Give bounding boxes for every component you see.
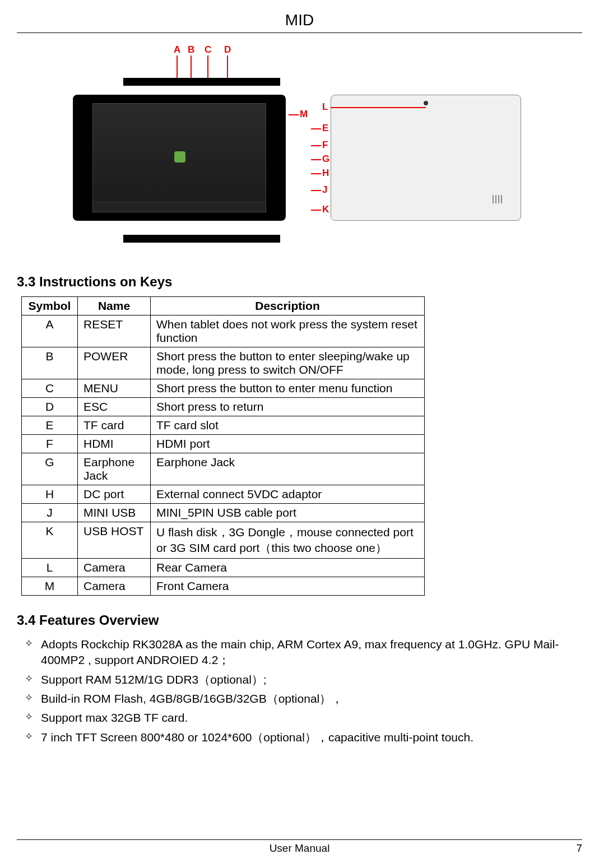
rear-camera-dot bbox=[424, 101, 428, 105]
screen-navbar bbox=[93, 202, 266, 212]
cell-name: Camera bbox=[78, 577, 151, 596]
cell-symbol: H bbox=[22, 485, 78, 504]
cell-name: POWER bbox=[78, 347, 151, 379]
line-b bbox=[191, 55, 192, 81]
table-header-row: Symbol Name Description bbox=[22, 297, 425, 315]
feature-text: Support max 32GB TF card. bbox=[41, 710, 188, 726]
tablet-front-view bbox=[73, 95, 286, 221]
cell-name: TF card bbox=[78, 416, 151, 435]
table-row: CMENUShort press the button to enter men… bbox=[22, 379, 425, 398]
label-b: B bbox=[188, 44, 194, 55]
feature-text: Build-in ROM Flash, 4GB/8GB/16GB/32GB（op… bbox=[41, 691, 343, 707]
cell-name: ESC bbox=[78, 398, 151, 416]
table-row: GEarphone JackEarphone Jack bbox=[22, 453, 425, 485]
label-l: L bbox=[322, 101, 328, 113]
section-34-title: 3.4 Features Overview bbox=[17, 612, 582, 628]
table-row: HDC portExternal connect 5VDC adaptor bbox=[22, 485, 425, 504]
cell-symbol: C bbox=[22, 379, 78, 398]
label-g: G bbox=[322, 154, 329, 165]
cell-name: MENU bbox=[78, 379, 151, 398]
cell-description: Short press to return bbox=[151, 398, 425, 416]
line-c bbox=[207, 55, 208, 81]
header-title: MID bbox=[285, 11, 314, 29]
features-list: ✧Adopts Rockchip RK3028A as the main chi… bbox=[21, 635, 582, 747]
list-item: ✧7 inch TFT Screen 800*480 or 1024*600（o… bbox=[21, 728, 582, 747]
cell-name: USB HOST bbox=[78, 522, 151, 559]
line-a bbox=[177, 55, 178, 81]
page-number: 7 bbox=[576, 842, 582, 855]
footer-text: User Manual bbox=[270, 842, 330, 854]
table-row: BPOWERShort press the button to enter sl… bbox=[22, 347, 425, 379]
cell-description: Short press the button to enter sleeping… bbox=[151, 347, 425, 379]
th-symbol: Symbol bbox=[22, 297, 78, 315]
screen-android-icon bbox=[174, 151, 185, 163]
line-k bbox=[311, 210, 321, 211]
cell-symbol: A bbox=[22, 315, 78, 347]
line-f bbox=[311, 145, 321, 146]
list-item: ✧Support max 32GB TF card. bbox=[21, 708, 582, 727]
label-a: A bbox=[174, 44, 180, 55]
label-m: M bbox=[300, 109, 308, 120]
table-row: DESCShort press to return bbox=[22, 398, 425, 416]
cell-name: DC port bbox=[78, 485, 151, 504]
table-row: MCameraFront Camera bbox=[22, 577, 425, 596]
cell-description: Short press the button to enter menu fun… bbox=[151, 379, 425, 398]
cell-symbol: E bbox=[22, 416, 78, 435]
diamond-bullet-icon: ✧ bbox=[25, 672, 33, 685]
line-e bbox=[311, 128, 321, 129]
tablet-back-view bbox=[331, 95, 521, 221]
label-j: J bbox=[322, 184, 327, 196]
diamond-bullet-icon: ✧ bbox=[25, 637, 33, 650]
th-description: Description bbox=[151, 297, 425, 315]
table-row: FHDMIHDMI port bbox=[22, 435, 425, 453]
line-j bbox=[311, 190, 321, 191]
cell-description: When tablet does not work press the syst… bbox=[151, 315, 425, 347]
label-e: E bbox=[322, 123, 328, 134]
cell-description: Earphone Jack bbox=[151, 453, 425, 485]
cell-description: MINI_5PIN USB cable port bbox=[151, 504, 425, 522]
edge-bottom bbox=[123, 235, 280, 243]
device-diagram: A B C D M L E F G H J K bbox=[67, 44, 527, 257]
cell-description: Front Camera bbox=[151, 577, 425, 596]
cell-symbol: D bbox=[22, 398, 78, 416]
feature-text: 7 inch TFT Screen 800*480 or 1024*600（op… bbox=[41, 730, 473, 745]
cell-description: TF card slot bbox=[151, 416, 425, 435]
label-d: D bbox=[224, 44, 231, 55]
diamond-bullet-icon: ✧ bbox=[25, 710, 33, 723]
section-33-title: 3.3 Instructions on Keys bbox=[17, 274, 582, 290]
cell-symbol: B bbox=[22, 347, 78, 379]
cell-symbol: L bbox=[22, 559, 78, 577]
cell-name: Camera bbox=[78, 559, 151, 577]
cell-description: U flash disk，3G Dongle，mouse connected p… bbox=[151, 522, 425, 559]
cell-description: HDMI port bbox=[151, 435, 425, 453]
cell-description: Rear Camera bbox=[151, 559, 425, 577]
feature-text: Adopts Rockchip RK3028A as the main chip… bbox=[41, 637, 582, 669]
cell-symbol: G bbox=[22, 453, 78, 485]
diamond-bullet-icon: ✧ bbox=[25, 691, 33, 704]
cell-symbol: M bbox=[22, 577, 78, 596]
speaker-grille bbox=[493, 195, 509, 203]
line-g bbox=[311, 159, 321, 160]
th-name: Name bbox=[78, 297, 151, 315]
line-l bbox=[331, 107, 426, 108]
table-row: JMINI USBMINI_5PIN USB cable port bbox=[22, 504, 425, 522]
label-k: K bbox=[322, 204, 329, 215]
cell-name: Earphone Jack bbox=[78, 453, 151, 485]
label-c: C bbox=[205, 44, 211, 55]
list-item: ✧Build-in ROM Flash, 4GB/8GB/16GB/32GB（o… bbox=[21, 689, 582, 708]
cell-name: RESET bbox=[78, 315, 151, 347]
feature-text: Support RAM 512M/1G DDR3（optional）; bbox=[41, 672, 267, 688]
line-m bbox=[289, 114, 299, 115]
cell-symbol: J bbox=[22, 504, 78, 522]
diamond-bullet-icon: ✧ bbox=[25, 730, 33, 743]
table-row: KUSB HOSTU flash disk，3G Dongle，mouse co… bbox=[22, 522, 425, 559]
table-row: LCameraRear Camera bbox=[22, 559, 425, 577]
keys-table: Symbol Name Description ARESETWhen table… bbox=[21, 296, 425, 596]
cell-symbol: F bbox=[22, 435, 78, 453]
table-row: ETF cardTF card slot bbox=[22, 416, 425, 435]
cell-name: MINI USB bbox=[78, 504, 151, 522]
line-d bbox=[227, 55, 228, 81]
label-f: F bbox=[322, 140, 328, 151]
tablet-screen bbox=[92, 103, 266, 212]
table-row: ARESETWhen tablet does not work press th… bbox=[22, 315, 425, 347]
